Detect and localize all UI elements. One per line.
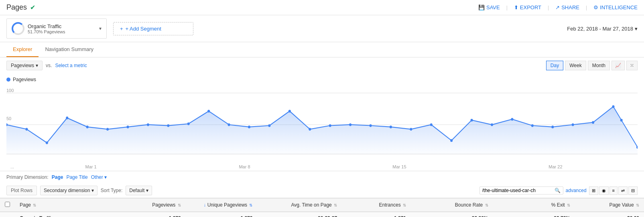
- week-button[interactable]: Week: [565, 61, 586, 70]
- search-icon[interactable]: 🔍: [555, 188, 561, 193]
- total-page-value: $0.00 % of Total: 0.00% ($46.41): [575, 212, 644, 217]
- sort-type-label: Sort Type:: [101, 188, 122, 193]
- share-button[interactable]: ↗ SHARE: [555, 4, 579, 10]
- tab-navigation-summary[interactable]: Navigation Summary: [39, 42, 100, 57]
- svg-point-28: [511, 118, 513, 121]
- svg-point-20: [349, 123, 351, 126]
- svg-point-16: [268, 124, 270, 127]
- svg-point-32: [592, 121, 594, 124]
- total-bounce-rate: 93.80% Avg for View: 40.47% (131.76%): [411, 212, 493, 217]
- pivot-view-button[interactable]: ⊟: [628, 186, 638, 195]
- chart-svg: [6, 84, 638, 156]
- svg-point-22: [390, 126, 392, 129]
- col-pageviews[interactable]: Pageviews ⇅: [114, 199, 186, 212]
- svg-point-6: [66, 117, 68, 119]
- view-buttons: ⊞ ◉ ≡ ⇌ ⊟: [589, 186, 638, 195]
- svg-point-24: [430, 123, 433, 126]
- y-label-100: 100: [6, 88, 14, 93]
- intelligence-icon: ⚙: [593, 4, 598, 10]
- add-segment-button[interactable]: + + Add Segment: [113, 22, 193, 35]
- export-icon: ⬆: [514, 4, 518, 10]
- svg-point-27: [491, 123, 493, 126]
- table-toolbar: Plot Rows Secondary dimension ▾ Sort Typ…: [0, 183, 644, 198]
- svg-point-11: [167, 124, 169, 127]
- chart-toolbar: Pageviews ▾ vs. Select a metric Day Week…: [0, 57, 644, 74]
- export-button[interactable]: ⬆ EXPORT: [514, 4, 541, 10]
- dim-page-link[interactable]: Page: [52, 174, 63, 180]
- share-icon: ↗: [555, 4, 560, 10]
- grid-view-button[interactable]: ⊞: [589, 186, 598, 195]
- top-bar-right: 💾 SAVE | ⬆ EXPORT | ↗ SHARE | ⚙ INTELLIG…: [478, 4, 638, 10]
- tab-explorer[interactable]: Explorer: [6, 42, 39, 57]
- plus-icon: +: [120, 26, 123, 32]
- chevron-down-icon: ▾: [36, 63, 38, 68]
- intelligence-button[interactable]: ⚙ INTELLIGENCE: [593, 4, 638, 10]
- segment-percentage: 51.70% Pageviews: [28, 29, 65, 34]
- select-all-checkbox[interactable]: [0, 199, 15, 212]
- svg-point-7: [86, 126, 89, 129]
- svg-point-19: [329, 124, 331, 127]
- svg-point-8: [106, 128, 109, 131]
- svg-point-25: [450, 139, 453, 142]
- dim-other-dropdown[interactable]: Other ▾: [91, 174, 107, 180]
- advanced-link[interactable]: advanced: [566, 188, 587, 193]
- search-input[interactable]: [482, 188, 555, 193]
- sort-icon: ⇅: [485, 203, 488, 207]
- svg-point-17: [288, 110, 291, 113]
- col-unique-pageviews[interactable]: ↓ Unique Pageviews ⇅: [186, 199, 258, 212]
- segment-donut-icon: [12, 22, 24, 35]
- col-page[interactable]: Page ⇅: [15, 199, 114, 212]
- pie-view-button[interactable]: ◉: [599, 186, 609, 195]
- secondary-dimension-dropdown[interactable]: Secondary dimension ▾: [40, 186, 98, 195]
- col-bounce-rate[interactable]: Bounce Rate ⇅: [411, 199, 493, 212]
- segment-name: Organic Traffic: [28, 23, 65, 29]
- svg-point-34: [620, 119, 623, 122]
- month-button[interactable]: Month: [588, 61, 610, 70]
- save-button[interactable]: 💾 SAVE: [478, 4, 500, 10]
- compare-view-button[interactable]: ⇌: [618, 186, 628, 195]
- page-title: Pages: [6, 3, 27, 12]
- save-icon: 💾: [478, 4, 485, 10]
- primary-dimension-bar: Primary Dimension: Page Page Title Other…: [0, 171, 644, 183]
- search-box: 🔍: [479, 186, 563, 194]
- metric-dropdown[interactable]: Pageviews ▾: [6, 61, 43, 70]
- col-pct-exit[interactable]: % Exit ⇅: [493, 199, 575, 212]
- svg-point-15: [248, 126, 250, 129]
- col-entrances[interactable]: Entrances ⇅: [342, 199, 411, 212]
- sort-icon: ⇅: [178, 203, 181, 207]
- day-button[interactable]: Day: [546, 61, 563, 70]
- col-avg-time[interactable]: Avg. Time on Page ⇅: [257, 199, 342, 212]
- svg-point-10: [147, 123, 149, 126]
- sort-icon: ⇅: [403, 203, 406, 207]
- svg-point-9: [126, 126, 129, 129]
- chart-x-labels: ... Mar 1 Mar 8 Mar 15 Mar 22: [6, 164, 638, 169]
- primary-dim-label: Primary Dimension:: [6, 174, 49, 180]
- svg-point-14: [228, 123, 230, 126]
- plot-rows-button[interactable]: Plot Rows: [6, 186, 37, 195]
- scatter-chart-button[interactable]: ⁙: [626, 61, 638, 70]
- sort-icon: ⇅: [567, 203, 570, 207]
- organic-traffic-segment[interactable]: Organic Traffic 51.70% Pageviews ▾: [6, 18, 107, 39]
- chevron-down-icon: ▾: [635, 26, 638, 32]
- verified-icon: ✔: [30, 4, 35, 11]
- svg-point-29: [531, 124, 534, 127]
- top-bar-left: Pages ✔: [6, 3, 35, 12]
- bar-view-button[interactable]: ≡: [609, 186, 618, 195]
- svg-point-18: [309, 128, 311, 131]
- date-range-picker[interactable]: Feb 22, 2018 - Mar 27, 2018 ▾: [567, 26, 638, 32]
- chart-area: Pageviews 100 50: [0, 74, 644, 169]
- segment-row: Organic Traffic 51.70% Pageviews ▾ + + A…: [0, 15, 644, 42]
- total-pct-exit: 93.73% Avg for View: 30.44% (207.91%): [493, 212, 575, 217]
- sort-type-dropdown[interactable]: Default ▾: [126, 186, 152, 195]
- dim-page-title-link[interactable]: Page Title: [66, 174, 87, 180]
- sort-icon: ⇅: [334, 203, 337, 207]
- svg-point-30: [551, 126, 554, 129]
- svg-point-13: [207, 110, 210, 113]
- line-chart-button[interactable]: 📈: [611, 61, 625, 70]
- select-metric-link[interactable]: Select a metric: [55, 63, 87, 68]
- svg-point-4: [25, 128, 28, 131]
- svg-point-23: [410, 128, 412, 131]
- total-avg-time: 00:33:27 Avg for View: 00:04:34 (632.92%…: [257, 212, 342, 217]
- col-page-value[interactable]: Page Value ⇅: [575, 199, 644, 212]
- chevron-down-icon: ▾: [99, 26, 102, 31]
